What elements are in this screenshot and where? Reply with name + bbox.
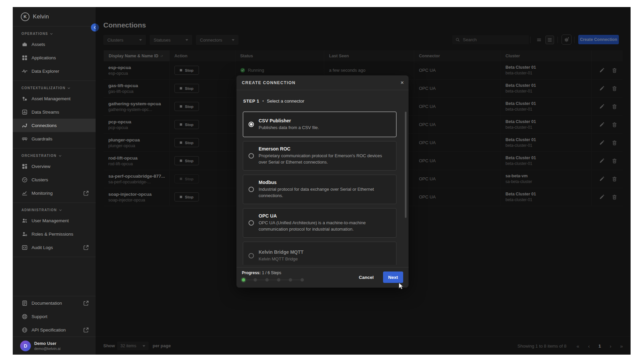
data-explorer-icon (21, 68, 28, 74)
kelvin-logo-icon: K (21, 12, 30, 21)
modal-title: CREATE CONNECTION (242, 80, 400, 85)
progress-dot-6 (301, 278, 304, 282)
sidebar-item-api-specification[interactable]: API Specification (13, 323, 96, 337)
brand-name: Kelvin˙ (33, 13, 50, 20)
progress-dot-5 (289, 278, 292, 282)
sidebar-item-connections[interactable]: Connections (13, 119, 96, 132)
modal-footer: Progress:1 / 6 Steps Cancel Next (236, 267, 409, 288)
sidebar-section: ORCHESTRATION Overview Clusters Monitori… (13, 148, 96, 203)
radio-icon (249, 187, 254, 192)
overview-icon (21, 163, 28, 169)
sidebar-item-audit-logs[interactable]: Audit Logs (13, 241, 96, 254)
progress-dot-2 (254, 278, 257, 282)
sidebar-section-label-administration[interactable]: ADMINISTRATION (21, 208, 96, 212)
progress-line (280, 280, 289, 280)
radio-icon (249, 153, 254, 159)
sidebar-item-guardrails[interactable]: Guardrails (13, 132, 96, 145)
brand-logo: K Kelvin˙ (13, 7, 96, 26)
sidebar-section: CONTEXTUALIZATION Asset Management Data … (13, 81, 96, 148)
connections-icon (21, 122, 28, 128)
chevron-down-icon (68, 86, 70, 89)
sidebar-item-monitoring[interactable]: Monitoring (13, 186, 96, 200)
data-streams-icon (21, 109, 28, 115)
sidebar-item-overview[interactable]: Overview (13, 160, 96, 173)
connector-option-kelvin-bridge-mqtt[interactable]: Kelvin Bridge MQTT Kelvin MQTT Bridge (243, 242, 396, 265)
sidebar-section: OPERATIONS Assets Applications Data Expl… (13, 26, 96, 81)
close-icon[interactable]: × (400, 80, 404, 85)
sidebar-section: ADMINISTRATION User Management Roles & P… (13, 203, 96, 257)
user-menu[interactable]: D Demo User demo@kelvin.ai (13, 337, 96, 355)
external-link-icon (83, 244, 89, 250)
documentation-icon (21, 300, 28, 306)
step-title: Select a connector (267, 99, 304, 104)
progress-dot-1 (242, 278, 245, 282)
bullet-icon: • (262, 99, 264, 104)
user-management-icon (21, 218, 28, 224)
applications-icon (21, 55, 28, 61)
sidebar-item-documentation[interactable]: Documentation (13, 296, 96, 310)
chevron-down-icon (50, 32, 53, 35)
create-connection-modal: CREATE CONNECTION × STEP 1 • Select a co… (236, 75, 409, 288)
section-items: Asset Management Data Streams Connection… (13, 92, 96, 145)
asset-management-icon (21, 96, 28, 102)
monitoring-icon (21, 190, 28, 196)
sidebar-item-asset-management[interactable]: Asset Management (13, 92, 96, 105)
modal-header: CREATE CONNECTION × (236, 75, 409, 90)
connector-options-list: CSV Publisher Publishes data from a CSV … (236, 111, 409, 265)
external-link-icon (83, 190, 89, 196)
audit-logs-icon (21, 244, 28, 250)
sidebar-section-label-operations[interactable]: OPERATIONS (21, 32, 96, 36)
sidebar-item-user-management[interactable]: User Management (13, 214, 96, 227)
avatar: D (20, 341, 31, 351)
connector-option-modbus[interactable]: Modbus Industrial protocol for data exch… (243, 175, 396, 204)
radio-icon (249, 220, 254, 226)
sidebar-item-clusters[interactable]: Clusters (13, 173, 96, 186)
sidebar-section-label-contextualization[interactable]: CONTEXTUALIZATION (21, 86, 96, 90)
sidebar-item-applications[interactable]: Applications (13, 51, 96, 64)
progress-line (245, 280, 254, 280)
cancel-button[interactable]: Cancel (359, 275, 374, 280)
connector-option-csv-publisher[interactable]: CSV Publisher Publishes data from a CSV … (243, 112, 396, 137)
sidebar-item-roles-permissions[interactable]: Roles & Permissions (13, 227, 96, 241)
assets-icon (21, 41, 28, 47)
sidebar-item-assets[interactable]: Assets (13, 38, 96, 51)
chevron-down-icon (59, 154, 61, 157)
chevron-down-icon (59, 208, 61, 211)
guardrails-icon (21, 136, 28, 142)
api-specification-icon (21, 327, 28, 333)
section-items: Assets Applications Data Explorer (13, 38, 96, 78)
radio-icon (249, 253, 254, 258)
progress-text: Progress:1 / 6 Steps (242, 270, 281, 275)
next-button[interactable]: Next (383, 272, 403, 283)
user-name: Demo User (34, 341, 60, 346)
modal-scrollbar[interactable] (405, 112, 407, 218)
section-items: User Management Roles & Permissions Audi… (13, 214, 96, 254)
roles-permissions-icon (21, 231, 28, 237)
progress-line (257, 280, 265, 280)
progress-dots (242, 278, 304, 282)
sidebar-item-data-explorer[interactable]: Data Explorer (13, 64, 96, 78)
clusters-icon (21, 177, 28, 183)
external-link-icon (83, 300, 89, 306)
connector-option-emerson-roc[interactable]: Emerson ROC Proprietary communication pr… (243, 141, 396, 171)
progress-dot-3 (265, 278, 269, 282)
connector-option-opc-ua[interactable]: OPC UA OPC UA (Unified Architecture) is … (243, 208, 396, 238)
radio-icon (249, 122, 254, 127)
progress-line (269, 280, 277, 280)
sidebar-footer-links: Documentation Support API Specification (13, 296, 96, 337)
sidebar-item-data-streams[interactable]: Data Streams (13, 105, 96, 119)
sidebar-item-support[interactable]: Support (13, 310, 96, 323)
external-link-icon (83, 327, 89, 333)
step-indicator: STEP 1 • Select a connector (243, 99, 402, 104)
sidebar-sections: OPERATIONS Assets Applications Data Expl… (13, 26, 96, 257)
progress-line (292, 280, 301, 280)
section-items: Overview Clusters Monitoring (13, 160, 96, 200)
support-icon (21, 313, 28, 319)
sidebar-section-label-orchestration[interactable]: ORCHESTRATION (21, 154, 96, 158)
user-email: demo@kelvin.ai (34, 347, 60, 351)
sidebar: K Kelvin˙ OPERATIONS Assets Applications… (13, 7, 96, 355)
sidebar-spacer (13, 257, 96, 296)
step-label: STEP 1 (243, 99, 259, 104)
progress-dot-4 (277, 278, 280, 282)
